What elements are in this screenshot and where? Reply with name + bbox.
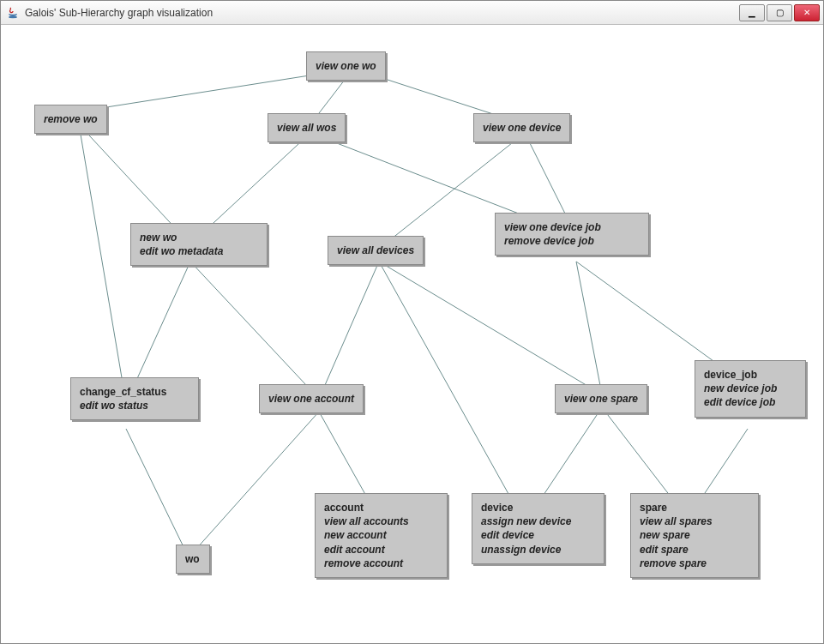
close-icon: ✕ (803, 9, 810, 17)
node-view-all-devices[interactable]: view all devices (328, 236, 424, 265)
node-account[interactable]: account view all accounts new account ed… (315, 493, 448, 578)
node-device-job[interactable]: device_job new device job edit device jo… (695, 360, 806, 418)
node-label: view one wo (316, 59, 376, 73)
node-view-one-device-job[interactable]: view one device job remove device job (495, 213, 649, 256)
node-label: remove device job (504, 234, 640, 248)
node-view-all-wos[interactable]: view all wos (268, 113, 346, 142)
node-label: remove spare (640, 557, 749, 570)
node-label: remove wo (44, 112, 98, 126)
svg-line-12 (319, 262, 379, 399)
node-label: edit account (324, 543, 438, 557)
node-label: remove account (324, 557, 438, 570)
node-wo[interactable]: wo (176, 545, 210, 574)
node-label: view all spares (640, 515, 749, 528)
java-icon (6, 6, 20, 20)
node-remove-wo[interactable]: remove wo (34, 105, 107, 134)
node-label: unassign device (481, 543, 595, 557)
window-controls: ▁ ▢ ✕ (739, 4, 820, 21)
node-label: new wo (140, 231, 258, 244)
node-new-wo[interactable]: new wo edit wo metadata (130, 223, 268, 266)
close-button[interactable]: ✕ (794, 4, 820, 21)
node-view-one-account[interactable]: view one account (259, 384, 364, 413)
node-view-one-spare[interactable]: view one spare (555, 384, 647, 413)
node-label: edit wo status (80, 399, 189, 412)
node-label: view one device job (504, 220, 640, 234)
graph-canvas[interactable]: view one wo remove wo view all wos view … (2, 26, 822, 642)
svg-line-5 (79, 124, 126, 403)
node-change-cf-status[interactable]: change_cf_status edit wo status (70, 377, 199, 420)
node-view-one-wo[interactable]: view one wo (306, 51, 386, 81)
node-title: device_job (704, 369, 757, 381)
node-label: view one device (483, 121, 561, 135)
app-window: Galois' Sub-Hierarchy graph visualizatio… (0, 0, 824, 644)
node-title: device (481, 502, 513, 514)
minimize-icon: ▁ (749, 9, 755, 17)
node-device[interactable]: device assign new device edit device una… (472, 493, 604, 564)
svg-line-17 (126, 429, 189, 557)
node-title: change_cf_status (80, 386, 166, 398)
titlebar: Galois' Sub-Hierarchy graph visualizatio… (1, 1, 823, 25)
node-label: edit spare (640, 543, 749, 557)
node-label: new account (324, 528, 438, 542)
svg-point-0 (9, 15, 17, 17)
maximize-icon: ▢ (776, 9, 784, 17)
node-label: view all wos (277, 121, 336, 135)
svg-line-13 (379, 262, 525, 523)
node-label: new spare (640, 528, 749, 542)
node-label: new device job (704, 382, 797, 395)
minimize-button[interactable]: ▁ (739, 4, 765, 21)
node-label: edit wo metadata (140, 244, 258, 258)
node-view-one-device[interactable]: view one device (473, 113, 570, 142)
svg-line-11 (190, 262, 319, 399)
node-label: assign new device (481, 515, 595, 528)
node-label: edit device (481, 528, 595, 542)
node-label: view all devices (337, 244, 414, 257)
node-title: spare (640, 502, 667, 514)
maximize-button[interactable]: ▢ (767, 4, 792, 21)
node-label: edit device job (704, 395, 797, 409)
window-title: Galois' Sub-Hierarchy graph visualizatio… (25, 7, 739, 19)
node-label: view all accounts (324, 515, 438, 528)
svg-line-18 (189, 412, 319, 557)
node-title: account (324, 502, 364, 514)
node-spare[interactable]: spare view all spares new spare edit spa… (630, 493, 759, 578)
node-label: view one account (268, 392, 354, 406)
svg-line-14 (379, 262, 602, 394)
node-title: wo (185, 553, 200, 565)
svg-line-15 (576, 262, 602, 394)
node-label: view one spare (564, 392, 638, 406)
